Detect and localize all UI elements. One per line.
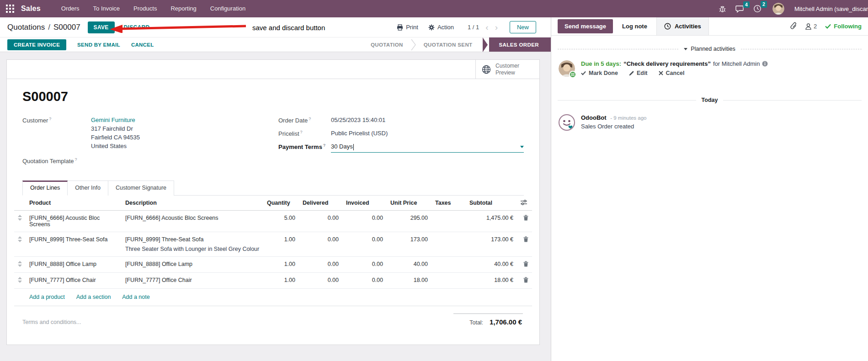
cell-delivered[interactable]: 0.00 (299, 272, 342, 288)
drag-handle-icon[interactable] (18, 236, 22, 244)
column-unit-price[interactable]: Unit Price (387, 196, 431, 211)
order-line-row[interactable]: [FURN_6666] Acoustic Bloc Screens [FURN_… (14, 210, 532, 232)
message-author[interactable]: OdooBot (581, 114, 607, 121)
discard-button[interactable]: DISCARD (124, 24, 150, 31)
following-button[interactable]: Following (825, 23, 862, 30)
menu-reporting[interactable]: Reporting (164, 0, 203, 17)
user-avatar[interactable] (772, 3, 784, 15)
mark-done-button[interactable]: Mark Done (581, 70, 618, 76)
delete-row-icon[interactable] (523, 237, 528, 244)
stage-quotation[interactable]: QUOTATION (363, 42, 410, 48)
cell-taxes[interactable] (431, 256, 466, 272)
cell-unit-price[interactable]: 40.00 (387, 256, 431, 272)
stage-sales-order[interactable]: SALES ORDER (489, 37, 551, 52)
send-by-email-button[interactable]: SEND BY EMAIL (77, 42, 120, 48)
delete-row-icon[interactable] (523, 262, 528, 268)
delete-row-icon[interactable] (523, 278, 528, 284)
column-description[interactable]: Description (122, 196, 263, 211)
cell-product[interactable]: [FURN_8888] Office Lamp (26, 256, 122, 272)
edit-activity-button[interactable]: Edit (629, 70, 648, 76)
new-button[interactable]: New (510, 21, 536, 33)
activity-avatar[interactable] (559, 60, 575, 77)
app-name[interactable]: Sales (21, 5, 41, 13)
cell-taxes[interactable] (431, 272, 466, 288)
cell-invoiced[interactable]: 0.00 (342, 256, 387, 272)
activities-clock-icon[interactable]: 2 (753, 5, 761, 13)
log-note-button[interactable]: Log note (622, 23, 647, 30)
menu-orders[interactable]: Orders (54, 0, 86, 17)
cell-product[interactable]: [FURN_6666] Acoustic Bloc Screens (26, 210, 122, 232)
activities-tab[interactable]: Activities (656, 17, 709, 35)
menu-configuration[interactable]: Configuration (203, 0, 252, 17)
cell-unit-price[interactable]: 173.00 (387, 232, 431, 256)
column-delivered[interactable]: Delivered (299, 196, 342, 211)
cancel-activity-button[interactable]: Cancel (659, 70, 685, 76)
info-icon[interactable] (762, 61, 768, 67)
order-line-row[interactable]: [FURN_8999] Three-Seat Sofa [FURN_8999] … (14, 232, 532, 256)
odoobot-avatar[interactable] (559, 114, 575, 131)
breadcrumb-quotations[interactable]: Quotations (7, 23, 45, 32)
create-invoice-button[interactable]: CREATE INVOICE (7, 39, 66, 50)
delete-row-icon[interactable] (523, 216, 528, 222)
cell-description[interactable]: [FURN_7777] Office Chair (122, 272, 263, 288)
stage-quotation-sent[interactable]: QUOTATION SENT (416, 42, 480, 48)
menu-products[interactable]: Products (127, 0, 164, 17)
pager-next-icon[interactable]: › (495, 23, 498, 32)
column-subtotal[interactable]: Subtotal (466, 196, 517, 211)
apps-grid-icon[interactable] (5, 4, 15, 13)
tab-customer-signature[interactable]: Customer Signature (108, 180, 174, 196)
cell-delivered[interactable]: 0.00 (299, 210, 342, 232)
pager-previous-icon[interactable]: ‹ (485, 23, 488, 32)
attach-files-button[interactable] (790, 22, 797, 31)
cell-product[interactable]: [FURN_8999] Three-Seat Sofa (26, 232, 122, 256)
optional-columns-toggle[interactable] (517, 196, 532, 211)
cell-quantity[interactable]: 5.00 (263, 210, 299, 232)
cell-product[interactable]: [FURN_7777] Office Chair (26, 272, 122, 288)
save-button[interactable]: SAVE (88, 21, 115, 33)
cell-delivered[interactable]: 0.00 (299, 232, 342, 256)
menu-to-invoice[interactable]: To Invoice (86, 0, 127, 17)
order-date-value[interactable]: 05/25/2023 15:40:01 (331, 116, 385, 125)
cell-taxes[interactable] (431, 210, 466, 232)
cell-unit-price[interactable]: 295.00 (387, 210, 431, 232)
messages-icon[interactable]: 4 (735, 5, 744, 13)
add-section-link[interactable]: Add a section (76, 294, 111, 300)
planned-activities-toggle[interactable]: Planned activities (684, 46, 735, 52)
column-product[interactable]: Product (26, 196, 122, 211)
column-taxes[interactable]: Taxes (431, 196, 466, 211)
print-button[interactable]: Print (397, 24, 418, 31)
pricelist-value[interactable]: Public Pricelist (USD) (331, 129, 388, 138)
tab-order-lines[interactable]: Order Lines (22, 180, 68, 196)
cell-delivered[interactable]: 0.00 (299, 256, 342, 272)
cell-taxes[interactable] (431, 232, 466, 256)
followers-button[interactable]: 2 (805, 23, 817, 30)
cell-description[interactable]: [FURN_8999] Three-Seat Sofa Three Seater… (122, 232, 263, 256)
cell-description[interactable]: [FURN_8888] Office Lamp (122, 256, 263, 272)
payment-terms-input[interactable]: 30 Days (331, 143, 524, 153)
drag-handle-icon[interactable] (18, 277, 22, 284)
user-name[interactable]: Mitchell Admin (save_discar (794, 5, 868, 12)
dropdown-caret-icon[interactable] (520, 146, 524, 148)
add-product-link[interactable]: Add a product (29, 294, 65, 300)
cell-description[interactable]: [FURN_6666] Acoustic Bloc Screens (122, 210, 263, 232)
cell-quantity[interactable]: 1.00 (263, 232, 299, 256)
add-note-link[interactable]: Add a note (122, 294, 149, 300)
cell-invoiced[interactable]: 0.00 (342, 232, 387, 256)
column-invoiced[interactable]: Invoiced (342, 196, 387, 211)
debug-bug-icon[interactable] (719, 5, 726, 13)
send-message-button[interactable]: Send message (558, 19, 613, 33)
tab-other-info[interactable]: Other Info (68, 180, 108, 196)
cell-quantity[interactable]: 1.00 (263, 272, 299, 288)
customer-name-link[interactable]: Gemini Furniture (91, 116, 140, 125)
terms-and-conditions-input[interactable]: Terms and conditions... (22, 313, 81, 325)
drag-handle-icon[interactable] (18, 215, 22, 222)
cancel-button[interactable]: CANCEL (131, 42, 154, 48)
order-line-row[interactable]: [FURN_7777] Office Chair [FURN_7777] Off… (14, 272, 532, 288)
cell-invoiced[interactable]: 0.00 (342, 272, 387, 288)
order-line-row[interactable]: [FURN_8888] Office Lamp [FURN_8888] Offi… (14, 256, 532, 272)
cell-unit-price[interactable]: 18.00 (387, 272, 431, 288)
drag-handle-icon[interactable] (18, 261, 22, 268)
cell-quantity[interactable]: 1.00 (263, 256, 299, 272)
cell-invoiced[interactable]: 0.00 (342, 210, 387, 232)
column-quantity[interactable]: Quantity (263, 196, 299, 211)
